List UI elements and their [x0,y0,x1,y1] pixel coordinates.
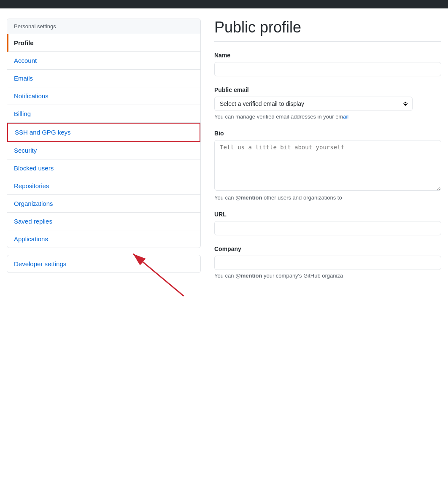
sidebar-item-profile[interactable]: Profile [7,34,200,52]
sidebar-item-label: Profile [14,39,34,46]
bio-hint-suffix: other users and organizations to [262,194,342,201]
sidebar-item-label: Billing [14,110,31,117]
public-email-hint: You can manage verified email addresses … [214,113,441,120]
sidebar-item-saved-replies[interactable]: Saved replies [7,213,200,230]
company-hint: You can @mention your company's GitHub o… [214,272,441,279]
sidebar-item-applications[interactable]: Applications [7,230,200,248]
bio-hint: You can @mention other users and organiz… [214,194,441,201]
developer-settings-section: Developer settings [7,255,201,273]
sidebar-item-label: Saved replies [14,218,52,225]
company-input[interactable] [214,256,441,270]
url-field-group: URL [214,211,441,235]
bio-label: Bio [214,130,441,137]
bio-field-group: Bio You can @mention other users and org… [214,130,441,201]
personal-settings-section: Personal settings Profile Account Emails… [7,19,201,248]
sidebar-item-label: Blocked users [14,165,54,172]
company-label: Company [214,246,441,252]
sidebar-item-label: Emails [14,75,33,82]
sidebar-item-billing[interactable]: Billing [7,105,200,123]
url-input[interactable] [214,221,441,235]
sidebar-item-label: Notifications [14,92,49,100]
sidebar-item-label: Organizations [14,200,53,207]
name-input[interactable] [214,62,441,76]
sidebar-item-notifications[interactable]: Notifications [7,87,200,105]
public-email-field-group: Public email Select a verified email to … [214,86,441,120]
sidebar-item-label: Repositories [14,182,49,189]
sidebar-item-label: Applications [14,235,48,243]
sidebar-item-label: Developer settings [14,260,66,267]
sidebar-item-ssh-gpg[interactable]: SSH and GPG keys [7,123,200,142]
sidebar-item-emails[interactable]: Emails [7,70,200,87]
sidebar-section-title: Personal settings [14,23,56,30]
email-settings-link[interactable]: ail [343,113,348,120]
sidebar: Personal settings Profile Account Emails… [7,19,201,481]
sidebar-item-account[interactable]: Account [7,52,200,70]
public-email-select[interactable]: Select a verified email to display [214,97,413,111]
sidebar-item-repositories[interactable]: Repositories [7,177,200,195]
top-navigation-bar [0,0,448,8]
company-field-group: Company You can @mention your company's … [214,246,441,279]
url-label: URL [214,211,441,218]
public-email-label: Public email [214,86,441,93]
company-hint-suffix: your company's GitHub organiza [262,272,343,279]
sidebar-section-header: Personal settings [7,19,200,34]
main-content: Public profile Name Public email Select … [214,19,441,481]
sidebar-item-label: Account [14,57,37,64]
sidebar-item-developer-settings[interactable]: Developer settings [7,255,200,272]
sidebar-item-blocked-users[interactable]: Blocked users [7,159,200,177]
bio-hint-mention: @mention [235,194,262,201]
sidebar-item-label: SSH and GPG keys [15,129,71,136]
sidebar-item-security[interactable]: Security [7,142,200,159]
page-title: Public profile [214,19,441,36]
sidebar-item-label: Security [14,147,37,154]
bio-hint-prefix: You can [214,194,235,201]
bio-textarea[interactable] [214,140,441,191]
title-divider [214,41,441,42]
name-field-group: Name [214,52,441,76]
name-label: Name [214,52,441,59]
sidebar-nav: Personal settings Profile Account Emails… [7,19,201,273]
company-hint-prefix: You can [214,272,235,279]
public-email-hint-text: You can manage verified email addresses … [214,113,343,120]
company-hint-mention: @mention [235,272,262,279]
sidebar-item-organizations[interactable]: Organizations [7,195,200,213]
